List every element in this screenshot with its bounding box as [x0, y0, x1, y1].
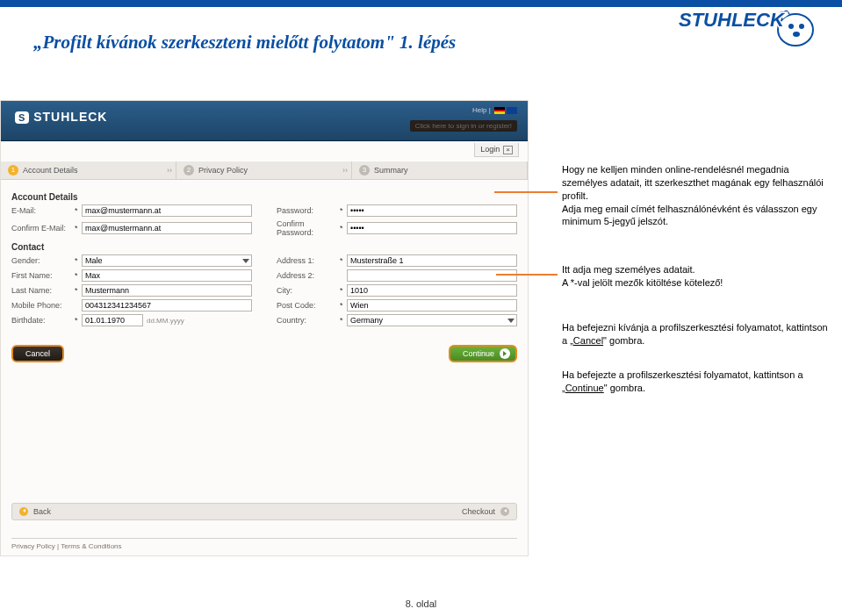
wizard-step-1[interactable]: 1Account Details›› [1, 161, 176, 179]
lastname-field[interactable] [82, 284, 252, 297]
checkout-button[interactable]: Checkout [462, 507, 509, 516]
wizard-step-3[interactable]: 3Summary [352, 161, 528, 179]
addr1-field[interactable] [347, 254, 517, 267]
signin-banner[interactable]: Click here to sign in or register! [410, 120, 517, 132]
terms-link[interactable]: Terms & Conditions [61, 542, 121, 550]
confirm-password-field[interactable] [347, 222, 517, 234]
arrow-right-icon [500, 348, 510, 359]
label-confirm-password: Confirm Password: [277, 219, 340, 237]
svg-point-1 [788, 24, 794, 29]
gender-select[interactable] [82, 254, 252, 267]
svg-text:STUHLECK: STUHLECK [679, 9, 786, 31]
annotation-4: Ha befejezte a profilszerkesztési folyam… [562, 369, 834, 395]
help-link[interactable]: Help | [472, 106, 517, 114]
password-field[interactable] [347, 204, 517, 217]
label-gender: Gender: [11, 256, 75, 265]
confirm-email-field[interactable] [82, 222, 252, 234]
firstname-field[interactable] [82, 269, 252, 282]
arrow-left-icon [19, 507, 28, 516]
label-firstname: First Name: [11, 271, 75, 280]
close-icon[interactable]: × [503, 146, 513, 154]
stuhleck-logo: STUHLECK [677, 2, 817, 49]
country-select[interactable] [347, 314, 517, 326]
footer-nav: Back Checkout [11, 503, 517, 520]
section-contact: Contact [11, 242, 517, 252]
app-footer: Privacy Policy | Terms & Conditions [11, 538, 517, 550]
label-email: E-Mail: [11, 206, 75, 215]
birthdate-field[interactable] [82, 314, 143, 326]
wizard-step-2[interactable]: 2Privacy Policy›› [176, 161, 352, 179]
label-city: City: [277, 286, 340, 295]
birthdate-hint: dd.MM.yyyy [147, 317, 184, 325]
email-field[interactable] [82, 204, 252, 217]
label-confirm-email: Confirm E-Mail: [11, 224, 75, 233]
label-birthdate: Birthdate: [11, 316, 75, 325]
back-button[interactable]: Back [19, 507, 51, 516]
label-postcode: Post Code: [277, 301, 340, 310]
annotation-3: Ha befejezni kívánja a profilszerkesztés… [562, 321, 834, 347]
annotation-2: Itt adja meg személyes adatait.A *-val j… [562, 263, 834, 290]
label-country: Country: [277, 316, 340, 325]
label-mobile: Mobile Phone: [11, 301, 75, 310]
section-account: Account Details [11, 192, 517, 202]
flag-en-icon[interactable] [507, 107, 517, 114]
app-header: S STUHLECK Help | Click here to sign in … [1, 101, 528, 141]
postcode-field[interactable] [347, 299, 517, 312]
label-addr1: Address 1: [277, 256, 340, 265]
connector-line [494, 191, 558, 193]
city-field[interactable] [347, 284, 517, 297]
label-lastname: Last Name: [11, 286, 75, 295]
privacy-link[interactable]: Privacy Policy [11, 542, 55, 550]
connector-line [496, 274, 558, 276]
cancel-button[interactable]: Cancel [11, 345, 64, 362]
mobile-field[interactable] [82, 299, 252, 312]
annotation-1: Hogy ne kelljen minden online-rendelésné… [562, 163, 834, 228]
label-password: Password: [277, 206, 340, 215]
page-number: 8. oldal [0, 598, 842, 609]
flag-de-icon[interactable] [494, 107, 505, 114]
app-brand: S STUHLECK [15, 110, 107, 124]
addr2-field[interactable] [347, 269, 517, 282]
svg-point-2 [799, 24, 804, 29]
login-tab[interactable]: Login× [474, 143, 519, 157]
wizard-steps: 1Account Details›› 2Privacy Policy›› 3Su… [1, 161, 528, 180]
button-bar: Cancel Continue [11, 345, 517, 362]
app-screenshot: S STUHLECK Help | Click here to sign in … [0, 100, 529, 556]
label-addr2: Address 2: [277, 271, 340, 280]
form-body: Account Details E-Mail:* Password:* Conf… [1, 180, 528, 336]
svg-point-3 [793, 32, 800, 37]
arrow-right-icon [500, 507, 509, 516]
continue-button[interactable]: Continue [449, 345, 517, 362]
